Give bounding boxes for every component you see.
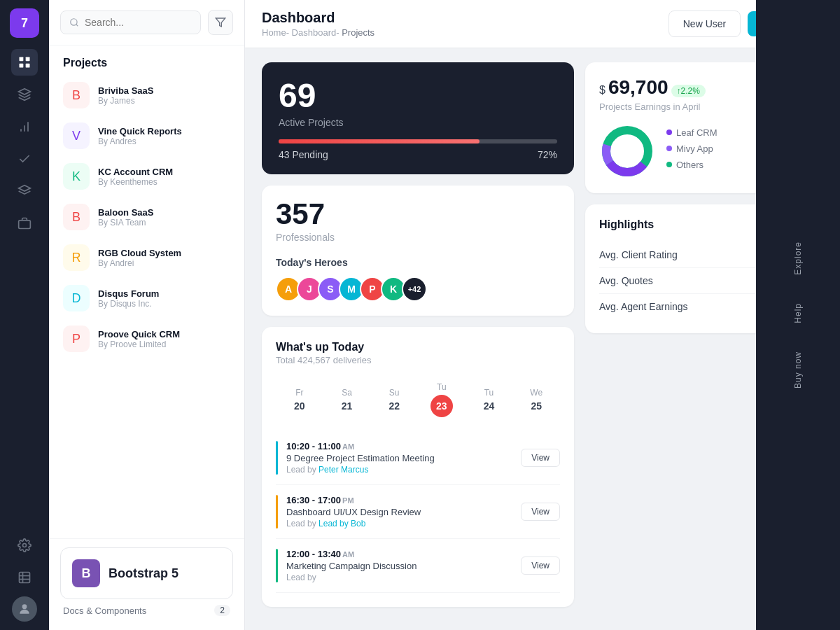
event-content: 16:30 - 17:00PM Dashboard UI/UX Design R… [286,495,512,528]
project-name: Vine Quick Reports [98,126,230,136]
event-bar [276,549,278,582]
today-circle: 23 [430,395,453,417]
search-icon [69,17,79,28]
search-box[interactable] [60,10,201,34]
day-num: 20 [279,400,321,412]
event-lead-link[interactable]: Peter Marcus [318,465,368,475]
left-navigation: 7 [0,0,49,630]
event-content: 10:20 - 11:00AM 9 Degree Project Estimat… [286,441,512,475]
svg-line-17 [76,24,78,27]
search-input[interactable] [85,17,192,28]
event-ampm: PM [342,496,354,505]
project-info: Vine Quick Reports By Andres [98,126,230,146]
progress-bar-container [279,139,557,144]
project-item[interactable]: D Disqus Forum By Disqus Inc. [57,278,236,318]
day-name: Tu [468,388,510,398]
svg-rect-3 [26,64,30,68]
legend-name: Others [676,160,704,170]
filter-button[interactable] [208,10,233,35]
nav-icon-stack[interactable] [11,178,38,204]
project-name: RGB Cloud System [98,248,230,258]
event-view-button[interactable]: View [521,503,560,521]
event-lead: Lead by [286,573,512,582]
project-name: Baloon SaaS [98,207,230,218]
project-by: By Proove Limited [98,340,230,349]
day-name: Fr [279,388,321,398]
nav-icon-check[interactable] [11,146,38,172]
project-info: Disqus Forum By Disqus Inc. [98,288,230,309]
docs-row[interactable]: Docs & Components 2 [60,599,233,622]
whatsup-subtitle: Total 424,567 deliveries [276,355,560,365]
panel-button[interactable]: Explore [785,227,811,289]
project-item[interactable]: P Proove Quick CRM By Proove Limited [57,318,236,359]
earnings-number: 69,700 [608,76,668,99]
event-ampm: AM [342,442,354,451]
panel-button[interactable]: Help [785,289,811,337]
calendar-card: What's up Today Total 424,567 deliveries… [262,327,574,607]
nav-icon-table[interactable] [11,564,38,591]
bootstrap-title: Bootstrap 5 [108,566,178,581]
legend-dot [666,130,672,135]
event-content: 12:00 - 13:40AM Marketing Campaign Discu… [286,549,512,582]
day-item[interactable]: Fr 20 [276,382,323,417]
active-projects-card: 69 Active Projects 43 Pending 72% [262,62,574,174]
highlight-label: Avg. Agent Earnings [599,301,688,312]
day-name: Sa [326,388,368,398]
svg-marker-4 [19,89,31,94]
project-icon: P [63,326,90,352]
project-icon: R [63,244,90,271]
heroes-label: Today's Heroes [276,257,560,268]
pending-label: 43 Pending [279,149,328,160]
event-time: 12:00 - 13:40AM [286,549,512,559]
page-title: Dashboard [262,10,374,26]
topbar-left: Dashboard Home- Dashboard- Projects [262,10,374,38]
nav-icon-grid[interactable] [11,49,38,76]
earnings-dollar: $ [599,84,606,97]
project-icon: K [63,163,90,190]
earnings-badge: ↑2.2% [671,85,706,97]
project-icon: B [63,82,90,108]
event-lead: Lead by Peter Marcus [286,465,512,475]
active-projects-label: Active Projects [279,117,557,128]
active-projects-number: 69 [279,79,557,113]
nav-icon-settings[interactable] [11,532,38,559]
event-view-button[interactable]: View [521,556,560,575]
legend-dot [666,162,672,167]
project-item[interactable]: R RGB Cloud System By Andrei [57,237,236,278]
nav-icon-layers[interactable] [11,81,38,108]
day-item[interactable]: Su 22 [370,382,418,417]
events-list: 10:20 - 11:00AM 9 Degree Project Estimat… [276,431,560,593]
project-by: By Andrei [98,258,230,268]
day-item[interactable]: Tu 24 [465,382,513,417]
project-info: Proove Quick CRM By Proove Limited [98,329,230,349]
project-item[interactable]: K KC Account CRM By Keenthemes [57,156,236,197]
new-user-button[interactable]: New User [668,10,741,37]
user-profile-avatar[interactable] [12,596,37,622]
progress-bar-fill [279,139,479,144]
day-item[interactable]: Tu 23 [418,377,465,423]
project-item[interactable]: B Briviba SaaS By James [57,75,236,115]
user-avatar-number[interactable]: 7 [10,8,39,38]
day-name: We [515,388,557,398]
legend-dot [666,146,672,151]
project-info: Briviba SaaS By James [98,85,230,106]
project-name: KC Account CRM [98,167,230,177]
highlight-label: Avg. Client Rating [599,249,678,260]
nav-icon-chart[interactable] [11,113,38,140]
day-item[interactable]: We 25 [512,382,560,417]
panel-button[interactable]: Buy now [785,337,811,402]
svg-point-10 [23,544,27,547]
legend-name: Mivy App [676,144,713,154]
nav-icon-briefcase[interactable] [11,210,38,237]
event-lead-link[interactable]: Lead by Bob [318,519,365,528]
day-num: 24 [468,400,510,412]
day-item[interactable]: Sa 21 [323,382,371,417]
project-item[interactable]: V Vine Quick Reports By Andres [57,115,236,156]
event-title: Dashboard UI/UX Design Review [286,507,512,517]
project-info: RGB Cloud System By Andrei [98,248,230,268]
event-view-button[interactable]: View [521,449,560,467]
project-info: Baloon SaaS By SIA Team [98,207,230,227]
event-item: 16:30 - 17:00PM Dashboard UI/UX Design R… [276,485,560,539]
project-by: By Keenthemes [98,177,230,187]
project-item[interactable]: B Baloon SaaS By SIA Team [57,197,236,237]
